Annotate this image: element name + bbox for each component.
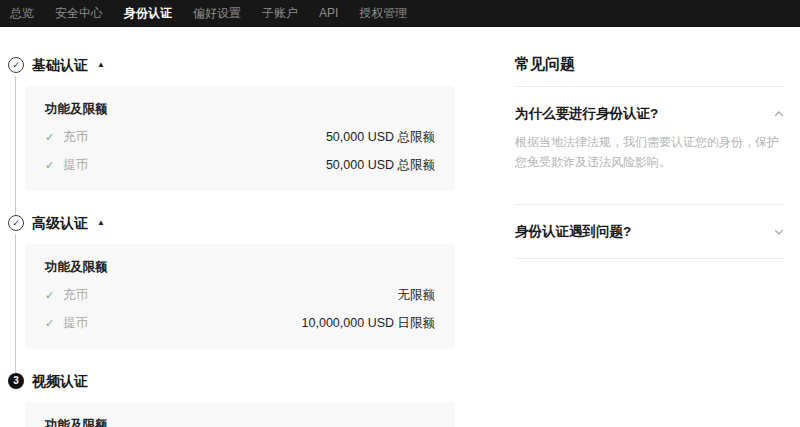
limit-label: 提币 <box>63 157 88 174</box>
limit-row-withdraw: ✓ 提币 50,000 USD 总限额 <box>45 157 435 174</box>
nav-item-preferences[interactable]: 偏好设置 <box>193 0 241 27</box>
faq-question: 身份认证遇到问题? <box>515 222 631 241</box>
faq-answer: 根据当地法律法规，我们需要认证您的身份，保护您免受欺诈及违法风险影响。 <box>515 132 785 204</box>
step-title: 视频认证 <box>32 371 88 391</box>
limit-value: 50,000 USD 总限额 <box>326 157 435 174</box>
nav-item-identity-verification[interactable]: 身份认证 <box>124 0 172 27</box>
limits-card: 功能及限额 ✓ 充币 50,000 USD 总限额 ✓ 提币 50,000 US… <box>25 86 455 191</box>
limits-card-title: 功能及限额 <box>45 101 435 118</box>
limits-card: 功能及限额 ✓ 充币 无限额 ✓ 提币 10,000,000 USD 日限额 <box>25 244 455 349</box>
limits-card-title: 功能及限额 <box>45 259 435 276</box>
step-title: 基础认证 <box>32 55 88 75</box>
nav-item-api[interactable]: API <box>319 0 338 27</box>
chevron-down-icon[interactable] <box>773 226 785 238</box>
top-navbar: 总览 安全中心 身份认证 偏好设置 子账户 API 授权管理 <box>0 0 800 27</box>
check-icon: ✓ <box>45 160 54 171</box>
nav-item-security-center[interactable]: 安全中心 <box>55 0 103 27</box>
limit-value: 无限额 <box>398 287 436 304</box>
step-basic-header[interactable]: 基础认证 ▲ <box>32 55 455 75</box>
collapse-arrow-icon: ▲ <box>97 61 105 69</box>
limit-label: 充币 <box>63 287 88 304</box>
chevron-up-icon[interactable] <box>773 108 785 120</box>
collapse-arrow-icon: ▲ <box>97 219 105 227</box>
step-video-verification: 3 视频认证 功能及限额 充币 无限额 <box>8 371 455 427</box>
limit-value: 50,000 USD 总限额 <box>326 129 435 146</box>
step-complete-check-icon: ✓ <box>8 215 24 231</box>
limit-label: 充币 <box>63 129 88 146</box>
nav-item-overview[interactable]: 总览 <box>10 0 34 27</box>
limit-row-deposit: ✓ 充币 50,000 USD 总限额 <box>45 129 435 146</box>
nav-item-subaccounts[interactable]: 子账户 <box>262 0 298 27</box>
limit-row-deposit: ✓ 充币 无限额 <box>45 287 435 304</box>
faq-question-row[interactable]: 为什么要进行身份认证? <box>515 87 785 123</box>
step-basic-verification: ✓ 基础认证 ▲ 功能及限额 ✓ 充币 50,000 USD 总限额 ✓ <box>8 55 455 191</box>
check-icon: ✓ <box>45 290 54 301</box>
verification-timeline: ✓ 基础认证 ▲ 功能及限额 ✓ 充币 50,000 USD 总限额 ✓ <box>8 55 455 427</box>
limits-card: 功能及限额 充币 无限额 <box>25 402 455 427</box>
step-title: 高级认证 <box>32 213 88 233</box>
step-advanced-verification: ✓ 高级认证 ▲ 功能及限额 ✓ 充币 无限额 ✓ 提币 <box>8 213 455 349</box>
faq-question: 为什么要进行身份认证? <box>515 104 658 123</box>
limit-label: 提币 <box>63 315 88 332</box>
limit-value: 10,000,000 USD 日限额 <box>302 315 435 332</box>
step-complete-check-icon: ✓ <box>8 57 24 73</box>
check-icon: ✓ <box>45 318 54 329</box>
step-number-badge: 3 <box>8 373 24 389</box>
step-advanced-header[interactable]: 高级认证 ▲ <box>32 213 455 233</box>
faq-question-row[interactable]: 身份认证遇到问题? <box>515 205 785 258</box>
step-video-header[interactable]: 视频认证 <box>32 371 455 391</box>
main-content: ✓ 基础认证 ▲ 功能及限额 ✓ 充币 50,000 USD 总限额 ✓ <box>0 27 800 427</box>
limit-row-withdraw: ✓ 提币 10,000,000 USD 日限额 <box>45 315 435 332</box>
faq-item-why-verify: 为什么要进行身份认证? 根据当地法律法规，我们需要认证您的身份，保护您免受欺诈及… <box>515 87 785 205</box>
faq-heading: 常见问题 <box>515 55 785 87</box>
faq-item-verification-problems: 身份认证遇到问题? <box>515 205 785 259</box>
check-icon: ✓ <box>45 132 54 143</box>
faq-panel: 常见问题 为什么要进行身份认证? 根据当地法律法规，我们需要认证您的身份，保护您… <box>515 55 785 427</box>
nav-item-authorization[interactable]: 授权管理 <box>359 0 407 27</box>
limits-card-title: 功能及限额 <box>45 417 435 427</box>
